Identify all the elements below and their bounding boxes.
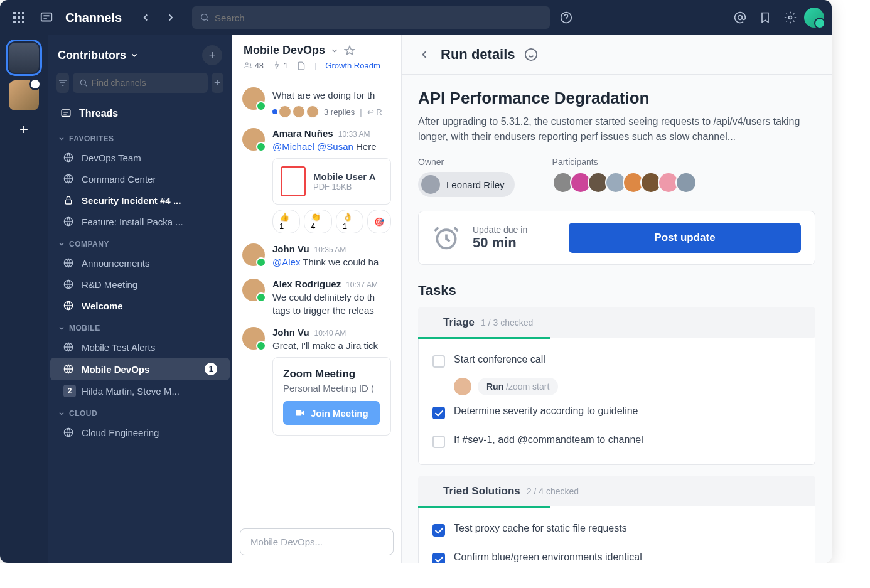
channel-item[interactable]: Security Incident #4 ...: [50, 190, 230, 211]
files-icon[interactable]: [297, 61, 306, 70]
task-label: Determine severity according to guidelin…: [454, 405, 638, 417]
app-grid-icon[interactable]: [8, 6, 30, 29]
workspace-1[interactable]: [9, 43, 39, 73]
settings-icon[interactable]: [779, 6, 802, 29]
message-author[interactable]: John Vu: [272, 327, 309, 338]
channel-item[interactable]: Welcome: [50, 295, 230, 316]
avatar[interactable]: [242, 128, 265, 151]
task-label: Confirm blue/green environments identica…: [454, 552, 642, 563]
filter-button[interactable]: [56, 73, 69, 93]
workspace-2[interactable]: [9, 80, 39, 110]
task-checkbox[interactable]: [432, 407, 445, 419]
user-avatar[interactable]: [804, 8, 824, 28]
channel-item[interactable]: Mobile DevOps1: [50, 358, 230, 380]
nav-forward-button[interactable]: [159, 6, 182, 29]
channel-item[interactable]: R&D Meeting: [50, 274, 230, 295]
task-section-header[interactable]: Triage1 / 3 checked: [418, 307, 815, 338]
svg-rect-2: [22, 12, 24, 14]
add-button[interactable]: +: [212, 73, 224, 93]
emoji-icon[interactable]: [524, 48, 538, 61]
section-company[interactable]: COMPANY: [48, 232, 232, 252]
channel-item[interactable]: 2Hilda Martin, Steve M...: [50, 380, 230, 402]
svg-rect-27: [296, 410, 301, 416]
channel-item[interactable]: Announcements: [50, 252, 230, 274]
channel-item[interactable]: Mobile Test Alerts: [50, 336, 230, 358]
reaction[interactable]: 👏 4: [304, 210, 331, 233]
team-switcher[interactable]: Contributors: [58, 49, 139, 62]
avatar[interactable]: [242, 327, 265, 350]
mentions-icon[interactable]: [729, 6, 751, 29]
attachment[interactable]: Mobile User APDF 15KB: [272, 158, 391, 205]
task-checkbox[interactable]: [432, 553, 445, 563]
back-button[interactable]: [417, 47, 432, 62]
channel-item[interactable]: Command Center: [50, 168, 230, 190]
mention[interactable]: @Michael: [272, 141, 314, 152]
post-update-button[interactable]: Post update: [569, 223, 801, 253]
message-author[interactable]: John Vu: [272, 243, 309, 254]
svg-rect-5: [22, 16, 24, 19]
task-section-header[interactable]: Tried Solutions2 / 4 checked: [418, 476, 815, 506]
owner-chip[interactable]: Leonard Riley: [418, 172, 515, 197]
task-label: Test proxy cache for static file request…: [454, 523, 627, 534]
task-item: Start conference call: [419, 346, 815, 375]
global-search[interactable]: [192, 6, 550, 29]
task-checkbox[interactable]: [432, 436, 445, 448]
message-author[interactable]: Alex Rodriguez: [272, 279, 341, 289]
nav-back-button[interactable]: [134, 6, 157, 29]
find-channels-input[interactable]: [92, 78, 201, 88]
avatar[interactable]: [242, 243, 265, 266]
participant-avatar[interactable]: [675, 172, 697, 193]
svg-rect-4: [18, 16, 20, 19]
reaction[interactable]: 🎯: [367, 210, 391, 233]
pdf-icon: [281, 166, 306, 196]
message-text: @Alex Think we could ha: [272, 255, 391, 269]
help-icon[interactable]: [555, 6, 577, 29]
channel-item[interactable]: DevOps Team: [50, 147, 230, 168]
threads-icon: [60, 108, 72, 119]
channel-item[interactable]: Cloud Engineering: [50, 422, 230, 443]
member-count[interactable]: 48: [244, 61, 264, 70]
saved-icon[interactable]: [754, 6, 776, 29]
zoom-card: Zoom MeetingPersonal Meeting ID (Join Me…: [272, 357, 391, 436]
message-author[interactable]: Amara Nuñes: [272, 128, 333, 139]
avatar[interactable]: [242, 87, 265, 110]
task-checkbox[interactable]: [432, 355, 445, 368]
svg-point-28: [525, 49, 536, 60]
svg-rect-7: [18, 21, 20, 23]
task-label: If #sev-1, add @commandteam to channel: [454, 434, 643, 446]
mention[interactable]: @Alex: [272, 257, 300, 267]
search-icon: [200, 13, 210, 23]
tasks-heading: Tasks: [418, 282, 815, 299]
clock-icon: [432, 224, 460, 252]
add-workspace[interactable]: +: [13, 118, 35, 141]
section-mobile[interactable]: MOBILE: [48, 316, 232, 336]
channel-item[interactable]: Feature: Install Packa ...: [50, 211, 230, 232]
search-input[interactable]: [215, 13, 542, 23]
message-text: We could definitely do th tags to trigge…: [272, 291, 391, 317]
run-command[interactable]: Run /zoom start: [478, 378, 558, 395]
join-meeting-button[interactable]: Join Meeting: [283, 401, 380, 425]
participants-list[interactable]: [552, 172, 697, 193]
threads-item[interactable]: Threads: [48, 100, 232, 127]
globe-icon: [63, 279, 74, 290]
avatar[interactable]: [242, 279, 265, 301]
mention[interactable]: @Susan: [317, 141, 353, 152]
reaction[interactable]: 👌 1: [336, 210, 363, 233]
channel-title[interactable]: Mobile DevOps: [244, 44, 325, 57]
find-channels[interactable]: [73, 73, 208, 93]
globe-icon: [63, 152, 74, 163]
new-channel-button[interactable]: +: [202, 45, 222, 65]
section-favorites[interactable]: FAVORITES: [48, 127, 232, 147]
section-cloud[interactable]: CLOUD: [48, 402, 232, 422]
header-link[interactable]: Growth Roadm: [325, 61, 380, 70]
thread-preview[interactable]: 3 replies|↩ R: [272, 105, 391, 118]
reaction[interactable]: 👍 1: [272, 210, 300, 233]
chevron-down-icon[interactable]: [330, 46, 339, 55]
channels-label: Channels: [65, 11, 122, 25]
star-icon[interactable]: [344, 45, 355, 56]
message-composer[interactable]: Mobile DevOps...: [240, 528, 394, 555]
task-checkbox[interactable]: [432, 524, 445, 537]
globe-icon: [63, 257, 74, 269]
pinned-count[interactable]: 1: [272, 61, 288, 70]
message-text: What are we doing for th: [272, 88, 391, 102]
